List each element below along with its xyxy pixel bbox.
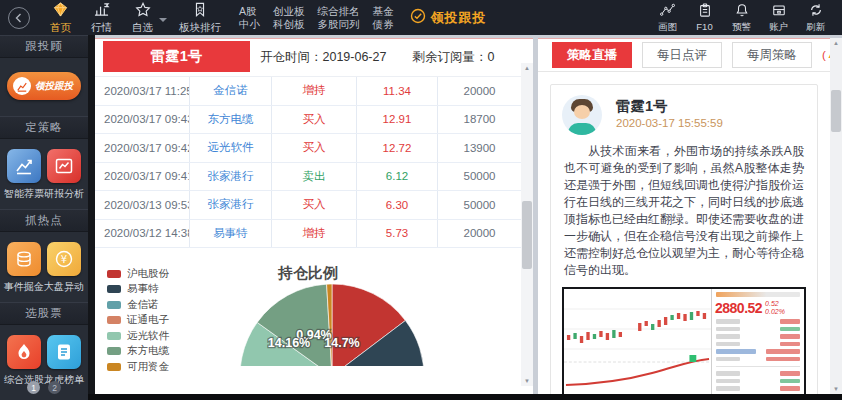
sidebar-item-dragon-tiger-list[interactable]: 龙虎榜单	[44, 335, 84, 387]
holdings-chart-area: 持仓比例 沪电股份 易事特 金信诺 证通电子 远光软件 东方电缆 可用资金 0.…	[95, 248, 533, 400]
trade-action: 增持	[272, 77, 357, 105]
sidebar-item-research-reports[interactable]: 研报分析	[44, 149, 84, 201]
svg-text:14.16%: 14.16%	[268, 336, 310, 350]
scroll-down-icon[interactable]: ▼	[521, 376, 533, 386]
strategy-tab-leiting1[interactable]: 雷霆1号	[103, 41, 250, 72]
account-card-icon	[772, 3, 786, 21]
quick-link-chinext[interactable]: 创业板	[273, 6, 305, 17]
legend-item[interactable]: 可用资金	[107, 359, 169, 375]
trade-time: 2020/03/12 14:38	[95, 220, 190, 248]
legend-item[interactable]: 远光软件	[107, 328, 169, 344]
stock-link[interactable]: 东方电缆	[190, 106, 272, 134]
legend-swatch	[107, 316, 121, 324]
page-dot-2[interactable]: 2	[48, 381, 61, 394]
strategy-feed: 雷霆1号 2020-03-17 15:55:59 从技术面来看，外围市场的持续杀…	[538, 72, 830, 395]
table-row[interactable]: 2020/03/17 09:42 远光软件 买入 12.72 13900	[95, 134, 521, 163]
sidebar-item-market-moves[interactable]: ¥ 大盘异动	[44, 242, 84, 294]
nav-quotes[interactable]: 行情	[81, 0, 122, 35]
table-row[interactable]: 2020/03/13 09:53 张家港行 买入 6.30 50000	[95, 191, 521, 220]
stock-link[interactable]: 金信诺	[190, 77, 272, 105]
bell-icon	[735, 3, 749, 21]
avatar[interactable]	[562, 95, 602, 135]
table-row[interactable]: 2020/03/17 09:41 张家港行 卖出 6.12 50000	[95, 163, 521, 192]
nav-home[interactable]: 首页	[40, 0, 81, 35]
sidebar-pagination: 1 2	[0, 381, 88, 394]
quick-link-ranking[interactable]: 综合排名	[318, 6, 360, 17]
brand-label: 领投跟投	[431, 9, 487, 27]
sidebar-item-composite-screener[interactable]: 综合选股	[4, 335, 44, 387]
logo-pill-label: 领投跟投	[35, 80, 73, 93]
legend-item[interactable]: 东方电缆	[107, 344, 169, 360]
trade-action: 增持	[272, 220, 357, 248]
scrollbar-thumb[interactable]	[522, 201, 532, 269]
live-strategy-panel: 策略直播 每日点评 每周策略 (▲说明) 雷霆1号 2020-03-17 15:…	[538, 38, 830, 395]
legend-item[interactable]: 易事特	[107, 282, 169, 298]
pie-legend: 沪电股份 易事特 金信诺 证通电子 远光软件 东方电缆 可用资金	[107, 266, 169, 375]
legend-swatch	[107, 285, 121, 293]
back-button[interactable]	[8, 7, 30, 29]
trade-time: 2020/03/17 09:42	[95, 134, 190, 162]
stock-link[interactable]: 张家港行	[190, 191, 272, 219]
scroll-up-icon[interactable]: ▲	[521, 63, 533, 73]
legend-swatch	[107, 363, 121, 371]
quick-link-funds[interactable]: 基金	[373, 6, 394, 17]
tool-label: 预警	[732, 22, 751, 32]
draw-tool-button[interactable]: 画图	[651, 0, 684, 35]
brand-logo[interactable]: 领投跟投	[410, 8, 487, 28]
account-button[interactable]: 账户	[762, 0, 795, 35]
quick-link-star-market[interactable]: 科创板	[273, 19, 305, 30]
quick-link-a-shares[interactable]: A股	[239, 6, 260, 17]
nav-sector-ranking[interactable]: 板块排行	[169, 0, 231, 35]
sidebar-item-event-gold[interactable]: 事件掘金	[4, 242, 44, 294]
tile-label: 智能荐票	[4, 187, 44, 201]
table-row[interactable]: 2020/03/17 11:25 金信诺 增持 11.34 20000	[95, 77, 521, 106]
trade-time: 2020/03/17 11:25	[95, 77, 190, 105]
scroll-up-icon[interactable]: ▲	[830, 38, 842, 48]
app-window: 首页 行情 自选 板块排行 A股 中小 创业板 科创板 综合排名	[0, 0, 842, 400]
sidebar: 跟投顾 领投跟投 定策略 智能荐票 研报分析 抓热点 事件掘金 ¥ 大盘异动	[0, 35, 88, 400]
tool-label: F10	[696, 22, 712, 32]
trade-quantity: 50000	[438, 191, 521, 219]
scroll-down-icon[interactable]: ▼	[830, 384, 842, 394]
legend-item[interactable]: 证通电子	[107, 313, 169, 329]
stock-link[interactable]: 远光软件	[190, 134, 272, 162]
nav-label: 行情	[91, 22, 112, 33]
stock-link[interactable]: 张家港行	[190, 163, 272, 191]
scrollbar-thumb[interactable]	[831, 90, 841, 132]
legend-item[interactable]: 金信诺	[107, 297, 169, 313]
table-row[interactable]: 2020/03/12 14:38 易事特 增持 5.73 20000	[95, 220, 521, 249]
page-dot-1[interactable]: 1	[27, 381, 40, 394]
alert-button[interactable]: 预警	[725, 0, 758, 35]
topbar: 首页 行情 自选 板块排行 A股 中小 创业板 科创板 综合排名	[0, 0, 842, 35]
dropdown-caret-icon[interactable]	[159, 18, 167, 26]
tab-weekly-strategy[interactable]: 每周策略	[732, 42, 812, 68]
nav-watchlist[interactable]: 自选	[122, 0, 163, 35]
feed-timestamp: 2020-03-17 15:55:59	[616, 117, 723, 129]
tab-strategy-live[interactable]: 策略直播	[552, 42, 632, 68]
quote-stat-rows	[712, 319, 804, 391]
quick-link-bonds[interactable]: 债券	[373, 19, 394, 30]
holdings-pie-chart[interactable]: 0.94% 14.7% 14.16%	[237, 284, 427, 366]
lingtou-gentou-button[interactable]: 领投跟投	[7, 72, 81, 100]
trade-price: 5.73	[357, 220, 438, 248]
quick-link-small-mid[interactable]: 中小	[239, 19, 260, 30]
right-scrollbar[interactable]: ▲ ▼	[830, 38, 842, 394]
main-scrollbar[interactable]: ▲ ▼	[521, 63, 533, 386]
sidebar-section-strategy: 定策略	[0, 116, 88, 139]
tab-daily-comment[interactable]: 每日点评	[642, 42, 722, 68]
explain-link[interactable]: (▲说明)	[822, 40, 830, 70]
refresh-button[interactable]: 刷新	[799, 0, 832, 35]
quick-link-multi-stock[interactable]: 多股同列	[318, 19, 360, 30]
trade-price: 11.34	[357, 77, 438, 105]
sidebar-section-stock-picking: 选股票	[0, 302, 88, 325]
sidebar-item-smart-picks[interactable]: 智能荐票	[4, 149, 44, 201]
brand-circle-icon	[410, 8, 426, 28]
legend-item[interactable]: 沪电股份	[107, 266, 169, 282]
market-snapshot-image[interactable]: 2880.52 0.520.02%	[562, 287, 806, 395]
f10-button[interactable]: F10	[688, 0, 721, 35]
legend-swatch	[107, 270, 121, 278]
table-row[interactable]: 2020/03/17 09:43 东方电缆 买入 12.91 18700	[95, 106, 521, 135]
open-time-value: 2019-06-27	[323, 50, 387, 64]
topbar-tools: 画图 F10 预警 账户 刷新	[651, 0, 832, 35]
stock-link[interactable]: 易事特	[190, 220, 272, 248]
